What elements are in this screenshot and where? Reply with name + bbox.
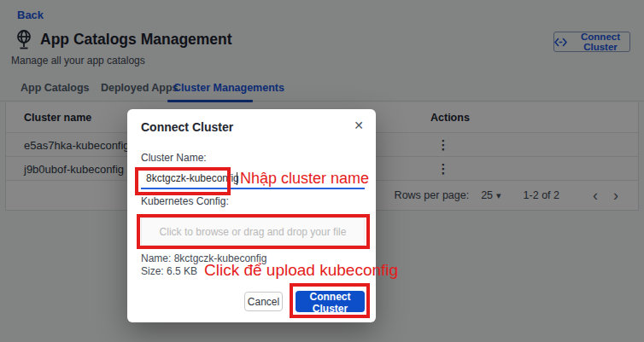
modal-title: Connect Cluster [141, 120, 233, 134]
close-icon[interactable]: ✕ [354, 119, 364, 132]
kubeconfig-dropzone[interactable]: Click to browse or drag and drop your fi… [141, 217, 365, 246]
connect-cluster-modal: Connect Cluster ✕ Cluster Name: Kubernet… [127, 109, 376, 322]
cancel-button[interactable]: Cancel [244, 292, 283, 311]
connect-cluster-submit-button[interactable]: Connect Cluster [296, 291, 365, 312]
cluster-name-label: Cluster Name: [141, 152, 207, 164]
cluster-name-input[interactable] [141, 168, 365, 189]
app-window: Back App Catalogs Management Manage all … [0, 0, 644, 342]
kubernetes-config-label: Kubernetes Config: [141, 195, 229, 207]
dropzone-placeholder: Click to browse or drag and drop your fi… [160, 226, 347, 238]
uploaded-file-size: Size: 6.5 KB [141, 265, 197, 277]
uploaded-file-name: Name: 8kctgczk-kubeconfig [141, 252, 266, 264]
text-caret [237, 172, 237, 185]
